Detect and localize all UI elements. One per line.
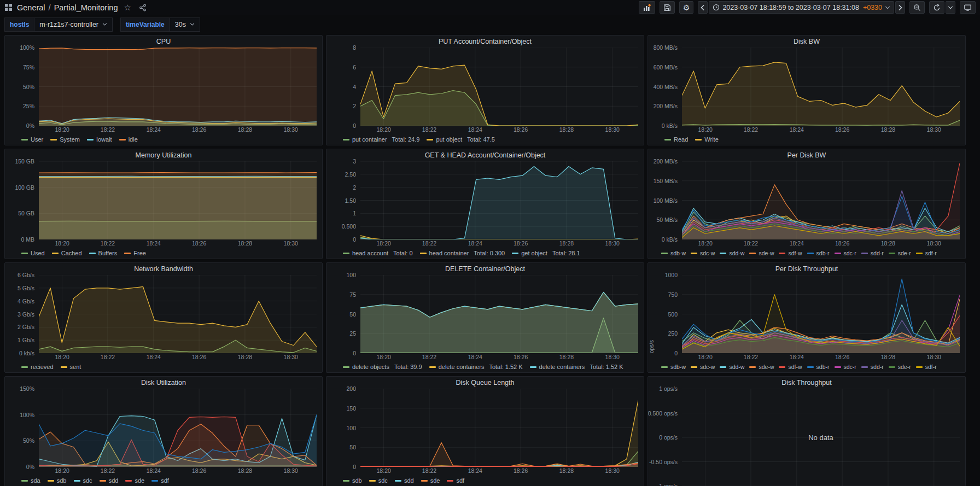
legend-item[interactable]: Iowait <box>87 136 112 143</box>
star-icon: ☆ <box>124 3 131 11</box>
legend-item[interactable]: delete containersTotal: 1.52 K <box>429 364 523 370</box>
legend-item[interactable]: sdd <box>100 477 119 484</box>
series-label: sdc-w <box>700 250 715 256</box>
legend-item[interactable]: sdb <box>343 477 362 484</box>
legend-item[interactable]: delete containersTotal: 1.52 K <box>530 364 623 370</box>
panel-header[interactable]: Disk BW <box>648 36 965 48</box>
panel-header[interactable]: Per Disk Throughput <box>648 263 965 275</box>
star-dashboard-button[interactable]: ☆ <box>122 2 133 13</box>
legend-item[interactable]: sdc-w <box>691 250 715 256</box>
legend-item[interactable]: sdf <box>151 477 169 484</box>
legend-item[interactable]: sde-r <box>889 364 911 370</box>
legend-item[interactable]: head accountTotal: 0 <box>343 250 413 256</box>
cycle-view-mode-button[interactable] <box>960 1 976 14</box>
refresh-interval-dropdown[interactable] <box>946 1 955 14</box>
legend-item[interactable]: sdf-w <box>779 250 802 256</box>
legend-item[interactable]: sdb-r <box>807 250 830 256</box>
breadcrumb-folder[interactable]: General <box>17 3 45 12</box>
legend-item[interactable]: sda <box>21 477 40 484</box>
legend-item[interactable]: get objectTotal: 28.1 <box>512 250 580 256</box>
legend-item[interactable]: sde <box>125 477 144 484</box>
y-tick-label: 100% <box>20 44 34 51</box>
time-range-forward-button[interactable] <box>895 1 905 14</box>
series-color-swatch <box>427 139 433 140</box>
legend-item[interactable]: sdd <box>395 477 414 484</box>
time-range-back-button[interactable] <box>698 1 708 14</box>
save-dashboard-button[interactable] <box>660 1 675 14</box>
legend-item[interactable]: put objectTotal: 47.5 <box>427 136 494 143</box>
legend-item[interactable]: delete objectsTotal: 39.9 <box>343 364 422 370</box>
legend-item[interactable]: sdf-r <box>916 250 937 256</box>
legend-item[interactable]: sdb-w <box>661 250 686 256</box>
legend-item[interactable]: sdb-w <box>661 364 686 370</box>
series-label: sdc-r <box>844 364 856 370</box>
legend-item[interactable]: idle <box>119 136 138 143</box>
series-color-swatch <box>50 139 57 140</box>
legend-item[interactable]: sdc-r <box>835 250 856 256</box>
panel-header[interactable]: Memory Utilization <box>5 149 322 161</box>
zoom-out-time-button[interactable] <box>909 1 925 14</box>
legend-item[interactable]: put containerTotal: 24.9 <box>343 136 419 143</box>
panel-header[interactable]: Disk Queue Length <box>326 377 644 389</box>
legend-item[interactable]: sdc-w <box>691 364 715 370</box>
panel-header[interactable]: CPU <box>5 36 322 48</box>
dashboard-settings-button[interactable]: ⚙ <box>679 1 694 14</box>
legend-item[interactable]: sdf <box>447 477 464 484</box>
series-color-swatch <box>916 366 923 368</box>
legend-item[interactable]: sent <box>61 364 81 370</box>
x-tick-label: 18:22 <box>101 354 115 360</box>
legend-item[interactable]: sde-w <box>749 364 774 370</box>
legend-item[interactable]: sdf-w <box>779 364 802 370</box>
panel-header[interactable]: Disk Throughput <box>648 377 965 389</box>
legend-item[interactable]: sde-r <box>889 250 911 256</box>
legend-item[interactable]: recieved <box>21 364 54 370</box>
variable-value-dropdown[interactable]: 30s <box>170 17 200 32</box>
series-color-swatch <box>861 366 868 368</box>
legend-item[interactable]: sdc-r <box>835 364 856 370</box>
series-label: Iowait <box>96 136 112 143</box>
refresh-dashboard-button[interactable] <box>929 1 944 14</box>
x-tick-label: 18:24 <box>147 126 161 133</box>
time-range-picker-button[interactable]: 2023-03-07 18:18:59 to 2023-03-07 18:31:… <box>709 1 894 14</box>
legend-item[interactable]: System <box>50 136 80 143</box>
legend-item[interactable]: head containerTotal: 0.300 <box>420 250 505 256</box>
breadcrumb[interactable]: General / Partial_Monitoring <box>17 3 118 12</box>
panel-header[interactable]: Network Bandwidth <box>5 263 322 275</box>
variable-value-dropdown[interactable]: m-r1z1s7-controller <box>34 17 113 32</box>
legend-item[interactable]: sdc <box>74 477 92 484</box>
legend-item[interactable]: sdd-r <box>861 364 884 370</box>
legend-item[interactable]: sdd-w <box>720 250 744 256</box>
legend-item[interactable]: sdd-r <box>861 250 884 256</box>
y-tick-label: 200 MB/s <box>654 158 678 165</box>
legend-item[interactable]: Cached <box>52 250 82 256</box>
panel-header[interactable]: DELETE Container/Object <box>326 263 644 275</box>
legend-item[interactable]: User <box>21 136 43 143</box>
legend-item[interactable]: Read <box>664 136 688 143</box>
apps-grid-icon[interactable] <box>4 3 13 11</box>
panel-header[interactable]: PUT Account/Container/Object <box>326 36 644 48</box>
y-axis: 150 GB100 GB50 GB0 MB <box>5 161 39 239</box>
panel-header[interactable]: GET & HEAD Account/Container/Object <box>326 149 644 161</box>
series-label: System <box>60 136 80 143</box>
legend-item[interactable]: sde-w <box>749 250 774 256</box>
legend-item[interactable]: Free <box>124 250 146 256</box>
share-dashboard-button[interactable] <box>137 3 148 13</box>
legend-item[interactable]: sde <box>421 477 440 484</box>
legend-item[interactable]: sdb <box>48 477 67 484</box>
x-tick-label: 18:20 <box>377 240 391 247</box>
legend: head accountTotal: 0head containerTotal:… <box>326 248 644 259</box>
legend-item[interactable]: Used <box>21 250 45 256</box>
legend: UsedCachedBuffersFree <box>5 248 322 259</box>
legend-item[interactable]: sdd-w <box>720 364 744 370</box>
legend-item[interactable]: sdc <box>369 477 388 484</box>
series-color-swatch <box>343 253 349 254</box>
panel-header[interactable]: Per Disk BW <box>648 149 965 161</box>
add-panel-button[interactable] <box>639 1 655 14</box>
y-tick-label: 600 MB/s <box>654 64 678 71</box>
panel-header[interactable]: Disk Utilization <box>5 377 322 389</box>
legend-item[interactable]: sdf-r <box>916 364 937 370</box>
legend-item[interactable]: sdb-r <box>807 364 830 370</box>
y-axis: 32.5021.5010.5000 <box>326 161 360 239</box>
legend-item[interactable]: Write <box>695 136 718 143</box>
legend-item[interactable]: Buffers <box>89 250 118 256</box>
